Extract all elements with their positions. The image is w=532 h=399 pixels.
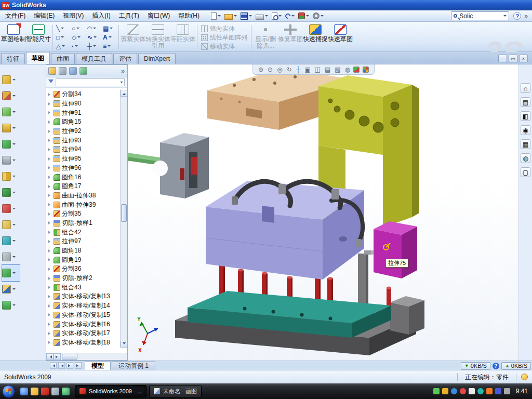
standard-toolbar-button[interactable] bbox=[256, 12, 268, 20]
panel-tab-icon[interactable] bbox=[48, 67, 56, 75]
tree-item[interactable]: 圆角19 bbox=[47, 255, 119, 264]
left-toolbar-button[interactable] bbox=[2, 201, 46, 217]
expand-arrow-icon[interactable] bbox=[48, 313, 52, 316]
tree-item[interactable]: 分割36 bbox=[47, 264, 119, 274]
expand-arrow-icon[interactable] bbox=[48, 286, 52, 289]
chevron-down-icon[interactable] bbox=[61, 28, 64, 31]
tree-item[interactable]: 拉伸90 bbox=[47, 99, 119, 109]
task-pane-icon[interactable]: ▦ bbox=[521, 139, 530, 149]
tree-item[interactable]: 拉伸91 bbox=[47, 108, 119, 117]
chevron-down-icon[interactable] bbox=[12, 208, 16, 211]
expand-arrow-icon[interactable] bbox=[48, 121, 52, 124]
expand-arrow-icon[interactable] bbox=[48, 157, 52, 161]
toolbar-overflow-button[interactable]: » bbox=[524, 12, 528, 20]
task-pane-icon[interactable]: ◍ bbox=[521, 153, 530, 163]
tray-icon[interactable] bbox=[469, 388, 475, 394]
ribbon-small-button[interactable]: 移动实体 bbox=[199, 42, 249, 51]
tree-item[interactable]: 拉伸94 bbox=[47, 145, 119, 154]
tree-item[interactable]: 组合43 bbox=[47, 283, 119, 292]
chevron-down-icon[interactable] bbox=[12, 224, 16, 227]
commandmanager-tab[interactable]: 特征 bbox=[1, 53, 25, 64]
tree-item[interactable]: 实体-移动/复制13 bbox=[47, 292, 119, 301]
ribbon-big-button[interactable]: 智能尺寸 bbox=[26, 23, 51, 43]
expand-arrow-icon[interactable] bbox=[48, 111, 52, 114]
scroll-down-button[interactable] bbox=[121, 341, 127, 348]
view-tool-icon[interactable]: ↻ bbox=[287, 65, 292, 74]
menu-item[interactable]: 编辑(E) bbox=[30, 10, 59, 21]
left-toolbar-button[interactable] bbox=[2, 152, 46, 168]
document-close-button[interactable]: × bbox=[519, 55, 528, 62]
tray-icon[interactable] bbox=[477, 388, 484, 394]
left-toolbar-button[interactable] bbox=[2, 217, 46, 233]
menu-item[interactable]: 工具(T) bbox=[115, 10, 143, 21]
chevron-down-icon[interactable] bbox=[120, 82, 123, 85]
graphics-viewport[interactable]: Y X ⊕ ⊖ ◎ ↻ ┼ bbox=[127, 64, 518, 361]
quick-launch-icon[interactable] bbox=[31, 388, 38, 395]
help-button[interactable]: ? bbox=[513, 12, 521, 20]
sketch-tool-button[interactable]: ╲ bbox=[55, 24, 70, 33]
chevron-down-icon[interactable] bbox=[503, 15, 507, 18]
expand-arrow-icon[interactable] bbox=[48, 102, 52, 105]
left-toolbar-button[interactable] bbox=[2, 120, 46, 136]
chevron-down-icon[interactable] bbox=[12, 240, 16, 243]
tree-item[interactable]: 拉伸93 bbox=[47, 136, 119, 145]
tray-icon[interactable] bbox=[495, 388, 501, 394]
expand-arrow-icon[interactable] bbox=[48, 295, 52, 298]
expand-arrow-icon[interactable] bbox=[48, 93, 52, 96]
left-toolbar-button[interactable] bbox=[2, 297, 46, 313]
chevron-down-icon[interactable] bbox=[108, 45, 111, 48]
chevron-down-icon[interactable] bbox=[12, 143, 16, 147]
tree-vertical-scrollbar[interactable] bbox=[120, 90, 127, 348]
first-tab-button[interactable] bbox=[50, 362, 57, 369]
commandmanager-tab[interactable]: DimXpert bbox=[138, 53, 176, 64]
tree-item[interactable]: 分割35 bbox=[47, 209, 119, 219]
left-toolbar-button[interactable] bbox=[2, 72, 46, 88]
commandmanager-tab[interactable]: 草图 bbox=[26, 52, 50, 64]
tree-item[interactable]: 圆角15 bbox=[47, 117, 119, 127]
tray-icon[interactable] bbox=[451, 388, 457, 394]
expand-arrow-icon[interactable] bbox=[48, 139, 52, 142]
start-button[interactable] bbox=[2, 385, 15, 398]
left-toolbar-button[interactable] bbox=[2, 88, 46, 104]
chevron-down-icon[interactable] bbox=[61, 36, 64, 39]
chevron-down-icon[interactable] bbox=[12, 159, 16, 163]
scrollbar-thumb[interactable] bbox=[62, 354, 77, 360]
quick-launch-icon[interactable] bbox=[41, 388, 49, 395]
ribbon-small-button[interactable]: 线性草图阵列 bbox=[199, 33, 249, 42]
menu-item[interactable]: 插入(I) bbox=[88, 10, 114, 21]
sketch-tool-button[interactable]: ∿ bbox=[86, 33, 101, 42]
tray-icon[interactable] bbox=[486, 388, 493, 394]
task-pane-icon[interactable]: ◉ bbox=[521, 125, 530, 135]
expand-arrow-icon[interactable] bbox=[48, 258, 52, 261]
view-tool-icon[interactable]: ┼ bbox=[296, 65, 301, 74]
view-tool-icon[interactable]: ▤ bbox=[325, 65, 330, 74]
tree-item[interactable]: 拉伸96 bbox=[47, 164, 119, 173]
tree-item[interactable]: 切除-放样2 bbox=[47, 274, 119, 283]
view-tool-icon[interactable]: ◎ bbox=[277, 65, 282, 74]
view-tool-icon[interactable]: ◍ bbox=[345, 65, 350, 74]
document-tab[interactable]: 运动算例 1 bbox=[112, 361, 155, 370]
tree-item[interactable]: 实体-移动/复制16 bbox=[47, 320, 119, 329]
quick-launch-icon[interactable] bbox=[20, 388, 28, 395]
tree-item[interactable]: 分割34 bbox=[47, 90, 119, 99]
expand-arrow-icon[interactable] bbox=[48, 212, 52, 216]
previous-tab-button[interactable] bbox=[58, 362, 65, 369]
sketch-tool-button[interactable]: ▦ bbox=[101, 24, 117, 33]
expand-arrow-icon[interactable] bbox=[48, 130, 52, 133]
view-tool-icon[interactable]: ▧ bbox=[335, 65, 340, 74]
sketch-tool-button[interactable]: ○ bbox=[70, 24, 86, 33]
tree-item[interactable]: 拉伸95 bbox=[47, 154, 119, 164]
expand-arrow-icon[interactable] bbox=[48, 185, 52, 188]
scroll-left-button[interactable] bbox=[46, 353, 54, 360]
view-tool-icon[interactable]: ⊖ bbox=[268, 65, 273, 74]
chevron-down-icon[interactable] bbox=[75, 45, 78, 48]
standard-toolbar-button[interactable] bbox=[272, 12, 282, 20]
left-toolbar-button[interactable] bbox=[2, 281, 46, 297]
tree-item[interactable]: 圆角18 bbox=[47, 246, 119, 256]
tray-icon[interactable] bbox=[460, 388, 466, 394]
expand-arrow-icon[interactable] bbox=[48, 277, 52, 280]
ribbon-big-button[interactable]: 转换实体引用 bbox=[145, 23, 170, 49]
view-tool-icon[interactable]: ◫ bbox=[315, 65, 321, 74]
standard-toolbar-button[interactable] bbox=[313, 12, 324, 19]
document-restore-button[interactable]: ▭ bbox=[509, 55, 517, 62]
